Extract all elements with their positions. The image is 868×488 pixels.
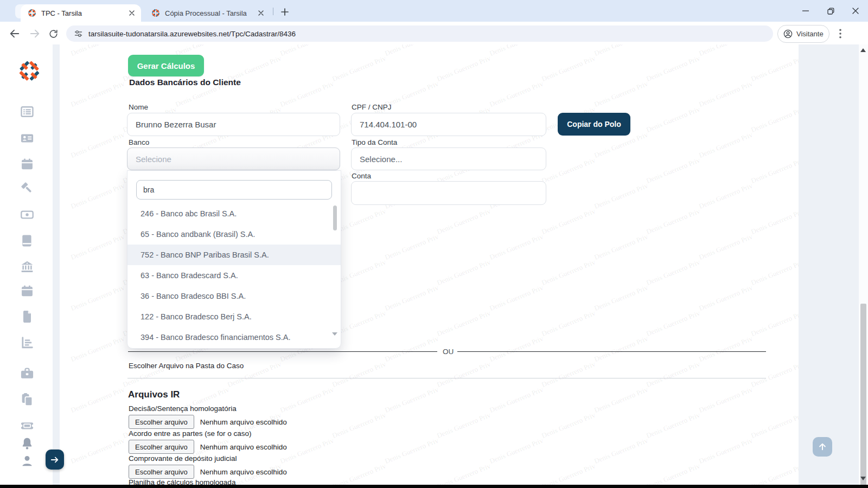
browser-menu-button[interactable] — [834, 27, 847, 41]
banco-option[interactable]: 246 - Banco abc Brasil S.A. — [127, 203, 341, 224]
sidebar-expand-button[interactable] — [46, 450, 64, 470]
choose-file-button[interactable]: Escolher arquivo — [129, 440, 194, 454]
tab-tpc[interactable]: TPC - Tarsila — [21, 4, 141, 22]
file-input-row: Escolher arquivo Nenhum arquivo escolhid… — [129, 465, 287, 479]
sidebar-item-file[interactable] — [20, 309, 35, 324]
dropdown-scrollbar[interactable] — [333, 206, 337, 230]
sidebar-item-id-card[interactable] — [20, 131, 35, 146]
tab-copia-processual[interactable]: Cópia Processual - Tarsila — [144, 4, 270, 22]
page-background — [53, 44, 60, 488]
back-button[interactable] — [8, 27, 21, 40]
browser-window: TPC - Tarsila Cópia Processual - Tarsila — [0, 0, 868, 488]
tab-strip: TPC - Tarsila Cópia Processual - Tarsila — [0, 0, 868, 22]
tab-title: TPC - Tarsila — [41, 9, 127, 17]
reload-button[interactable] — [47, 27, 60, 40]
nome-label: Nome — [129, 103, 148, 111]
url-bar[interactable]: tarsilasuite-tudonatarsila.azurewebsites… — [66, 25, 773, 42]
scroll-to-top-button[interactable] — [813, 437, 832, 457]
banco-option-highlighted[interactable]: 752 - Banco BNP Paribas Brasil S.A. — [127, 245, 341, 265]
tarsila-favicon — [27, 8, 37, 18]
scrollbar-thumb[interactable] — [860, 304, 866, 487]
minimize-button[interactable] — [793, 0, 818, 22]
divider-label: OU — [443, 348, 454, 356]
profile-label: Visitante — [796, 30, 824, 38]
nome-input[interactable]: Brunno Bezerra Busar — [127, 113, 340, 136]
page-background — [799, 44, 859, 488]
gerar-calculos-button[interactable]: Gerar Cálculos — [128, 55, 204, 76]
divider-line — [457, 351, 766, 352]
file-input-row: Escolher arquivo Nenhum arquivo escolhid… — [129, 415, 287, 429]
sidebar-item-user[interactable] — [20, 453, 35, 468]
sidebar-item-list[interactable] — [20, 104, 35, 119]
banco-select[interactable]: Selecione — [127, 147, 340, 170]
page-scrollbar[interactable] — [859, 44, 868, 485]
tab-title: Cópia Processual - Tarsila — [165, 9, 256, 17]
banco-label: Banco — [129, 138, 149, 146]
cpf-cnpj-label: CPF / CNPJ — [352, 103, 392, 111]
cpf-cnpj-value: 714.404.101-00 — [360, 120, 417, 129]
window-bottom-edge — [0, 485, 868, 488]
tab-close-icon[interactable] — [127, 8, 137, 18]
tab-separator — [273, 8, 273, 15]
url-text: tarsilasuite-tudonatarsila.azurewebsites… — [88, 30, 296, 38]
copiar-do-polo-button[interactable]: Copiar do Polo — [558, 113, 630, 136]
tipo-conta-select[interactable]: Selecione... — [351, 147, 546, 170]
sidebar-item-gavel[interactable] — [20, 181, 35, 196]
banco-search-value: bra — [143, 185, 154, 194]
sidebar-item-clipboard[interactable] — [20, 392, 35, 407]
tab-close-icon[interactable] — [256, 8, 266, 18]
file-input-row: Escolher arquivo Nenhum arquivo escolhid… — [129, 440, 287, 454]
banco-option[interactable]: 36 - Banco Bradesco BBI S.A. — [127, 286, 341, 306]
dropdown-scroll-down-icon[interactable] — [332, 332, 337, 336]
profile-avatar-icon — [783, 29, 793, 39]
sidebar-item-ticket[interactable] — [20, 418, 35, 433]
file-status: Nenhum arquivo escolhido — [200, 443, 287, 451]
horizontal-rule — [127, 378, 766, 378]
new-tab-button[interactable] — [278, 5, 292, 19]
sidebar-item-calendar[interactable] — [20, 157, 35, 172]
divider-line — [128, 351, 437, 352]
file-status: Nenhum arquivo escolhido — [200, 468, 287, 476]
banco-option[interactable]: 65 - Banco andbank (Brasil) S.A. — [127, 224, 341, 245]
sidebar-item-bank[interactable] — [20, 259, 35, 274]
tipo-conta-value: Selecione... — [360, 155, 402, 164]
banco-option[interactable]: 122 - Banco Bradesco Berj S.A. — [127, 306, 341, 327]
cpf-cnpj-input[interactable]: 714.404.101-00 — [351, 113, 546, 136]
sidebar-item-book[interactable] — [20, 233, 35, 248]
scrollbar-up-icon[interactable] — [860, 48, 866, 52]
close-button[interactable] — [843, 0, 868, 22]
choose-file-button[interactable]: Escolher arquivo — [129, 415, 194, 429]
nome-value: Brunno Bezerra Busar — [136, 120, 216, 129]
sidebar-item-bar-chart[interactable] — [20, 335, 35, 350]
restore-button[interactable] — [818, 0, 843, 22]
banco-placeholder: Selecione — [136, 155, 171, 164]
site-settings-icon[interactable] — [74, 29, 83, 38]
banco-dropdown-panel: bra 246 - Banco abc Brasil S.A. 65 - Ban… — [127, 170, 341, 349]
choose-file-button[interactable]: Escolher arquivo — [129, 465, 194, 479]
tipo-conta-label: Tipo da Conta — [352, 138, 397, 146]
sidebar-item-bell[interactable] — [20, 436, 35, 451]
app-sidebar — [0, 44, 53, 488]
section-title: Dados Bancários do Cliente — [129, 78, 241, 87]
window-controls — [793, 0, 868, 22]
sidebar-item-banknote[interactable] — [20, 207, 35, 222]
arquivos-ir-title: Arquivos IR — [128, 389, 180, 400]
profile-button[interactable]: Visitante — [777, 25, 829, 43]
banco-option[interactable]: 63 - Banco Bradescard S.A. — [127, 265, 341, 286]
file-label: Comprovante de depósito judicial — [129, 454, 237, 463]
tarsila-logo — [17, 59, 42, 84]
sidebar-item-calendar-2[interactable] — [20, 284, 35, 299]
file-status: Nenhum arquivo escolhido — [200, 418, 287, 426]
tarsila-favicon — [151, 8, 161, 18]
sidebar-item-briefcase[interactable] — [20, 366, 35, 381]
case-folder-link[interactable]: Escolher Arquivo na Pasta do Caso — [129, 362, 244, 370]
scrollbar-down-icon[interactable] — [860, 477, 866, 480]
file-label: Acordo entre as partes (se for o caso) — [129, 429, 252, 438]
conta-label: Conta — [352, 172, 371, 180]
banco-option[interactable]: 394 - Banco Bradesco financiamentos S.A. — [127, 327, 341, 348]
forward-button[interactable] — [28, 27, 41, 40]
conta-input[interactable] — [351, 181, 546, 205]
banco-search-input[interactable]: bra — [136, 180, 332, 200]
file-label: Decisão/Sentença homologatória — [129, 404, 237, 413]
